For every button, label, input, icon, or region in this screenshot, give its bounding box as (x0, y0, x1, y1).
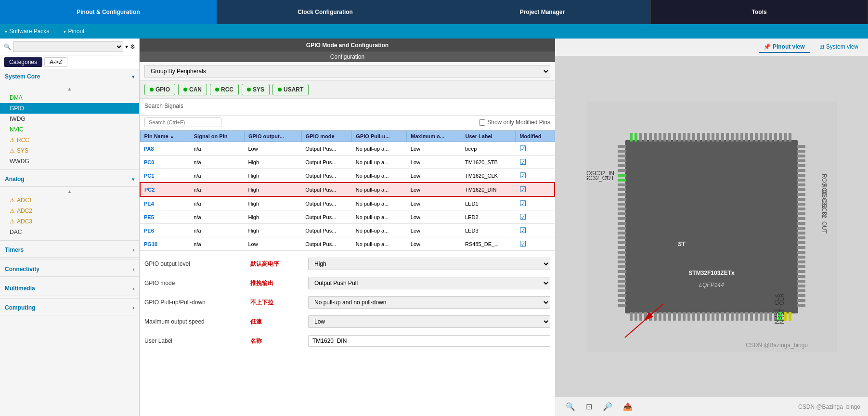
col-signal[interactable]: Signal on Pin (190, 131, 244, 142)
table-row[interactable]: PC2 n/a High Output Pus... No pull-up a.… (140, 182, 555, 196)
table-row[interactable]: PC1 n/a High Output Pus... No pull-up a.… (140, 169, 555, 183)
sidebar-item-adc1[interactable]: ⚠ ADC1 (0, 195, 139, 206)
svg-rect-110 (797, 164, 805, 167)
table-row[interactable]: PE6 n/a High Output Pus... No pull-up a.… (140, 224, 555, 237)
svg-rect-64 (755, 312, 758, 321)
tab-az[interactable]: A->Z (44, 57, 67, 67)
cell-modified: ☑ (516, 142, 555, 156)
svg-rect-43 (654, 312, 657, 321)
nav-project[interactable]: Project Manager (434, 0, 651, 24)
sidebar-item-adc2[interactable]: ⚠ ADC2 (0, 206, 139, 216)
svg-rect-72 (618, 145, 626, 148)
cell-mode: Output Pus... (301, 156, 352, 169)
divider-4 (0, 279, 139, 279)
svg-rect-25 (731, 133, 734, 142)
show-modified-checkbox[interactable] (479, 119, 485, 126)
tab-categories[interactable]: Categories (4, 57, 42, 67)
svg-rect-38 (630, 312, 633, 321)
table-row[interactable]: PE5 n/a High Output Pus... No pull-up a.… (140, 210, 555, 224)
cell-label: beep (461, 142, 516, 156)
svg-rect-30 (755, 133, 758, 142)
svg-rect-18 (697, 133, 700, 142)
category-timers[interactable]: Timers › (0, 243, 139, 258)
tab-pinout-view[interactable]: 📌 Pinout view (759, 41, 810, 53)
sidebar-item-sys[interactable]: ⚠ SYS (0, 145, 139, 156)
category-analog[interactable]: Analog ▾ (0, 172, 139, 187)
tab-rcc[interactable]: RCC (210, 84, 239, 95)
cell-pin-name: PA8 (140, 142, 190, 156)
export-button[interactable]: 📤 (620, 401, 635, 412)
cell-pin-name: PE4 (140, 196, 190, 210)
svg-rect-120 (797, 212, 805, 215)
table-row[interactable]: PA8 n/a Low Output Pus... No pull-up a..… (140, 142, 555, 156)
search-signals-input[interactable] (144, 117, 221, 127)
svg-rect-84 (618, 203, 626, 206)
category-computing[interactable]: Computing › (0, 300, 139, 315)
svg-rect-103 (618, 294, 626, 297)
gpio-pull-select[interactable]: No pull-up and no pull-down (308, 296, 550, 309)
svg-rect-4 (630, 133, 633, 142)
cell-max: Low (407, 237, 461, 251)
table-row[interactable]: PC0 n/a High Output Pus... No pull-up a.… (140, 156, 555, 169)
tab-sys[interactable]: SYS (242, 84, 270, 95)
svg-rect-39 (635, 312, 637, 321)
tab-usart[interactable]: USART (272, 84, 309, 95)
scroll-up-arrow-2[interactable]: ▲ (0, 188, 139, 195)
form-row-user-label: User Label 名称 (144, 333, 550, 349)
cell-max: Low (407, 210, 461, 224)
cell-pull: No pull-up a... (352, 210, 407, 224)
sidebar-item-dac[interactable]: DAC (0, 227, 139, 237)
subnav-software-packs[interactable]: Software Packs (5, 28, 49, 35)
fit-screen-button[interactable]: ⊡ (583, 401, 595, 412)
sidebar-item-rcc[interactable]: ⚠ RCC (0, 135, 139, 145)
col-modified[interactable]: Modified (516, 131, 555, 142)
sidebar-item-wwdg[interactable]: WWDG (0, 156, 139, 167)
max-speed-select[interactable]: Low (308, 315, 550, 328)
svg-rect-55 (712, 312, 714, 321)
cell-mode: Output Pus... (301, 237, 352, 251)
zoom-out-button[interactable]: 🔍 (563, 401, 578, 412)
pinout-view-icon: 📌 (764, 43, 771, 50)
sidebar-item-adc3[interactable]: ⚠ ADC3 (0, 216, 139, 227)
sidebar-item-gpio[interactable]: GPIO (0, 103, 139, 114)
tab-system-view[interactable]: ⊞ System view (815, 41, 863, 53)
rcc-status-dot (215, 88, 219, 91)
tab-gpio[interactable]: GPIO (144, 84, 175, 95)
group-by-select[interactable]: Group By Peripherals (144, 65, 550, 78)
nav-clock[interactable]: Clock Configuration (217, 0, 434, 24)
view-tabs: 📌 Pinout view ⊞ System view (555, 39, 868, 56)
nav-pinout[interactable]: Pinout & Configuration (0, 0, 217, 24)
svg-rect-113 (797, 179, 805, 182)
tab-can[interactable]: CAN (178, 84, 207, 95)
scroll-up-arrow[interactable]: ▲ (0, 85, 139, 92)
subnav-pinout[interactable]: Pinout (64, 28, 84, 35)
col-pin-name[interactable]: Pin Name ▲ (140, 131, 190, 142)
category-multimedia[interactable]: Multimedia › (0, 281, 139, 296)
search-dropdown[interactable] (13, 41, 123, 52)
sidebar-item-dma[interactable]: DMA (0, 92, 139, 103)
table-row[interactable]: PE4 n/a High Output Pus... No pull-up a.… (140, 196, 555, 210)
sidebar-item-iwdg[interactable]: IWDG (0, 114, 139, 124)
cell-signal: n/a (190, 196, 244, 210)
table-row[interactable]: PG10 n/a Low Output Pus... No pull-up a.… (140, 237, 555, 251)
col-output[interactable]: GPIO output... (244, 131, 301, 142)
gpio-output-level-select[interactable]: High (308, 258, 550, 270)
config-form: GPIO output level 默认高电平 High GPIO mode 推… (140, 251, 555, 357)
nav-tools[interactable]: Tools (651, 0, 868, 24)
category-connectivity[interactable]: Connectivity › (0, 262, 139, 277)
cell-output: High (244, 156, 301, 169)
gpio-mode-select[interactable]: Output Push Pull (308, 277, 550, 289)
col-max-speed[interactable]: Maximum o... (407, 131, 461, 142)
gear-icon[interactable]: ⚙ (130, 43, 135, 50)
svg-rect-77 (618, 169, 626, 172)
sidebar-item-nvic[interactable]: NVIC (0, 124, 139, 135)
user-label-input[interactable] (308, 335, 550, 347)
svg-rect-107 (797, 150, 805, 153)
col-mode[interactable]: GPIO mode (301, 131, 352, 142)
group-by-row: Group By Peripherals (140, 62, 555, 81)
category-system-core[interactable]: System Core ▾ (0, 69, 139, 84)
zoom-in-button[interactable]: 🔎 (600, 401, 615, 412)
cell-signal: n/a (190, 224, 244, 237)
col-user-label[interactable]: User Label (461, 131, 516, 142)
col-pull[interactable]: GPIO Pull-u... (352, 131, 407, 142)
